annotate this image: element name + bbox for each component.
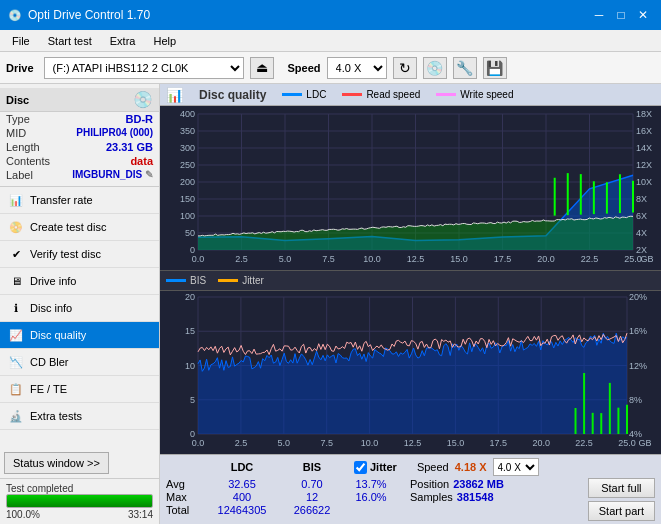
legend-write-speed: Write speed <box>436 89 513 100</box>
speed-stat-label: Speed <box>417 461 449 473</box>
max-row: Max 400 12 16.0% <box>166 491 396 503</box>
extra-tests-icon: 🔬 <box>8 408 24 424</box>
max-ldc: 400 <box>206 491 278 503</box>
minimize-button[interactable]: ─ <box>589 5 609 25</box>
drive-info-icon: 🖥 <box>8 273 24 289</box>
total-bis: 266622 <box>282 504 342 516</box>
jitter-label: Jitter <box>370 461 397 473</box>
app-title: Opti Drive Control 1.70 <box>28 8 150 22</box>
start-full-button[interactable]: Start full <box>588 478 655 498</box>
status-window-section: Status window >> Test completed 100.0% 3… <box>0 448 159 524</box>
refresh-button[interactable]: ↻ <box>393 57 417 79</box>
samples-value: 381548 <box>457 491 494 503</box>
status-window-button[interactable]: Status window >> <box>4 452 109 474</box>
upper-chart <box>160 106 661 271</box>
start-part-button[interactable]: Start part <box>588 501 655 521</box>
chart-header: 📊 Disc quality LDC Read speed Write spee… <box>160 84 661 106</box>
nav-verify-test-disc[interactable]: ✔ Verify test disc <box>0 241 159 268</box>
progress-bar <box>6 494 153 508</box>
app-icon: 💿 <box>8 9 22 22</box>
disc-panel-title: Disc <box>6 94 29 106</box>
save-button[interactable]: 💾 <box>483 57 507 79</box>
jitter-checkbox-area: Jitter <box>354 461 397 474</box>
menu-start-test[interactable]: Start test <box>40 33 100 49</box>
stats-header-row: LDC BIS Jitter Speed 4.18 X 4.0 X <box>166 458 655 476</box>
nav-transfer-rate[interactable]: 📊 Transfer rate <box>0 187 159 214</box>
disc-icon: 💿 <box>133 90 153 109</box>
fe-te-icon: 📋 <box>8 381 24 397</box>
legend-jitter: Jitter <box>218 275 264 286</box>
lower-chart-header: BIS Jitter <box>160 271 661 291</box>
disc-row-length: Length 23.31 GB <box>0 140 159 154</box>
chart-panel: 📊 Disc quality LDC Read speed Write spee… <box>160 84 661 524</box>
eject-button[interactable]: ⏏ <box>250 57 274 79</box>
samples-row: Samples 381548 <box>410 491 504 503</box>
disc-row-mid: MID PHILIPR04 (000) <box>0 126 159 140</box>
drive-label: Drive <box>6 62 34 74</box>
nav-items: 📊 Transfer rate 📀 Create test disc ✔ Ver… <box>0 187 159 448</box>
max-bis: 12 <box>282 491 342 503</box>
legend-read-speed-color <box>342 93 362 96</box>
nav-drive-info[interactable]: 🖥 Drive info <box>0 268 159 295</box>
bis-header: BIS <box>282 461 342 473</box>
nav-extra-tests[interactable]: 🔬 Extra tests <box>0 403 159 430</box>
stats-table: Avg 32.65 0.70 13.7% Max 400 12 16.0% <box>166 478 396 516</box>
disc-row-type: Type BD-R <box>0 112 159 126</box>
disc-header: Disc 💿 <box>0 88 159 112</box>
speed-stat-value: 4.18 X <box>455 461 487 473</box>
max-label: Max <box>166 491 202 503</box>
nav-fe-te[interactable]: 📋 FE / TE <box>0 376 159 403</box>
avg-ldc: 32.65 <box>206 478 278 490</box>
nav-disc-info[interactable]: ℹ Disc info <box>0 295 159 322</box>
total-ldc: 12464305 <box>206 504 278 516</box>
nav-cd-bler[interactable]: 📉 CD Bler <box>0 349 159 376</box>
menu-bar: File Start test Extra Help <box>0 30 661 52</box>
samples-label: Samples <box>410 491 453 503</box>
sidebar: Disc 💿 Type BD-R MID PHILIPR04 (000) Len… <box>0 84 160 524</box>
create-disc-icon: 📀 <box>8 219 24 235</box>
nav-disc-quality[interactable]: 📈 Disc quality <box>0 322 159 349</box>
legend-jitter-color <box>218 279 238 282</box>
stats-data-area: Avg 32.65 0.70 13.7% Max 400 12 16.0% <box>166 478 655 521</box>
menu-file[interactable]: File <box>4 33 38 49</box>
title-bar: 💿 Opti Drive Control 1.70 ─ □ ✕ <box>0 0 661 30</box>
ldc-header: LDC <box>206 461 278 473</box>
menu-extra[interactable]: Extra <box>102 33 144 49</box>
legend-ldc: LDC <box>282 89 326 100</box>
nav-create-test-disc[interactable]: 📀 Create test disc <box>0 214 159 241</box>
avg-label: Avg <box>166 478 202 490</box>
disc-info-button[interactable]: 💿 <box>423 57 447 79</box>
legend-write-speed-color <box>436 93 456 96</box>
status-text: Test completed <box>6 483 153 494</box>
position-info: Position 23862 MB Samples 381548 <box>410 478 504 503</box>
settings-button[interactable]: 🔧 <box>453 57 477 79</box>
upper-chart-canvas <box>160 106 661 270</box>
max-jitter: 16.0% <box>346 491 396 503</box>
avg-jitter: 13.7% <box>346 478 396 490</box>
legend-bis-color <box>166 279 186 282</box>
legend-bis: BIS <box>166 275 206 286</box>
progress-area: Test completed 100.0% 33:14 <box>0 478 159 524</box>
menu-help[interactable]: Help <box>145 33 184 49</box>
jitter-checkbox[interactable] <box>354 461 367 474</box>
speed-select[interactable]: 4.0 X <box>327 57 387 79</box>
disc-info-icon: ℹ <box>8 300 24 316</box>
chart-panel-icon: 📊 <box>166 87 183 103</box>
stats-area: LDC BIS Jitter Speed 4.18 X 4.0 X A <box>160 454 661 524</box>
chart-title: Disc quality <box>199 88 266 102</box>
drive-toolbar: Drive (F:) ATAPI iHBS112 2 CL0K ⏏ Speed … <box>0 52 661 84</box>
disc-row-label: Label IMGBURN_DIS ✎ <box>0 168 159 182</box>
title-bar-left: 💿 Opti Drive Control 1.70 <box>8 8 150 22</box>
avg-row: Avg 32.65 0.70 13.7% <box>166 478 396 490</box>
total-label: Total <box>166 504 202 516</box>
speed-stat-select[interactable]: 4.0 X <box>493 458 539 476</box>
title-bar-controls: ─ □ ✕ <box>589 5 653 25</box>
time-display: 33:14 <box>128 509 153 520</box>
close-button[interactable]: ✕ <box>633 5 653 25</box>
avg-bis: 0.70 <box>282 478 342 490</box>
disc-row-contents: Contents data <box>0 154 159 168</box>
main-content: Disc 💿 Type BD-R MID PHILIPR04 (000) Len… <box>0 84 661 524</box>
maximize-button[interactable]: □ <box>611 5 631 25</box>
drive-select[interactable]: (F:) ATAPI iHBS112 2 CL0K <box>44 57 244 79</box>
speed-label: Speed <box>288 62 321 74</box>
